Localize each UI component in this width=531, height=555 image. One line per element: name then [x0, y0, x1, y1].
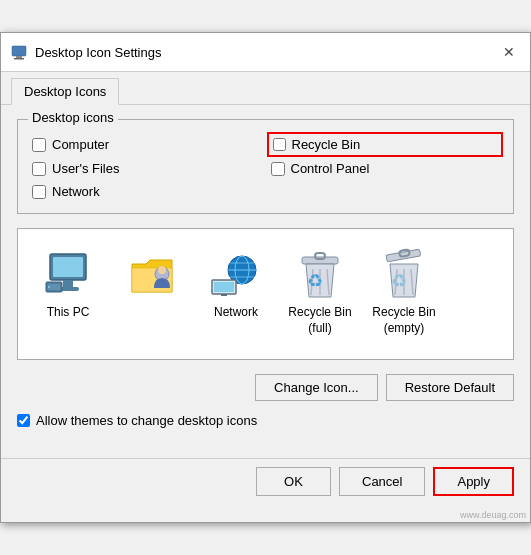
icon-recycle-empty[interactable]: ♻ Recycle Bin(empty)	[364, 245, 444, 342]
settings-icon	[11, 44, 27, 60]
svg-rect-4	[53, 257, 83, 277]
svg-rect-5	[63, 280, 73, 287]
checkboxes-grid: Computer Recycle Bin User's Files Contro…	[32, 136, 499, 199]
recycle-empty-icon-visual: ♻	[380, 251, 428, 299]
checkbox-control-panel-input[interactable]	[271, 162, 285, 176]
svg-rect-21	[315, 253, 325, 259]
checkbox-computer-input[interactable]	[32, 138, 46, 152]
checkbox-users-files-label: User's Files	[52, 161, 120, 176]
svg-rect-2	[14, 58, 24, 60]
tab-bar: Desktop Icons	[1, 72, 530, 105]
svg-rect-18	[214, 282, 234, 292]
allow-themes-row: Allow themes to change desktop icons	[17, 413, 514, 428]
dialog-title: Desktop Icon Settings	[35, 45, 490, 60]
svg-point-9	[48, 286, 50, 288]
dialog-body: Desktop icons Computer Recycle Bin User'…	[1, 105, 530, 457]
network-icon-visual	[212, 251, 260, 299]
watermark: www.deuag.com	[1, 510, 530, 522]
recycle-full-label: Recycle Bin(full)	[288, 305, 351, 336]
checkbox-network-label: Network	[52, 184, 100, 199]
icon-network[interactable]: Network	[196, 245, 276, 327]
network-label: Network	[214, 305, 258, 321]
checkbox-recycle-highlighted[interactable]: Recycle Bin	[271, 136, 500, 153]
close-button[interactable]: ✕	[498, 41, 520, 63]
icons-preview-box: This PC	[17, 228, 514, 359]
tab-desktop-icons[interactable]: Desktop Icons	[11, 78, 119, 105]
svg-rect-19	[221, 294, 227, 296]
desktop-icons-groupbox: Desktop icons Computer Recycle Bin User'…	[17, 119, 514, 214]
icon-buttons-row: Change Icon... Restore Default	[17, 374, 514, 401]
checkbox-network[interactable]: Network	[32, 184, 261, 199]
checkbox-recycle-input[interactable]	[273, 138, 286, 151]
checkbox-users-files[interactable]: User's Files	[32, 161, 261, 176]
recycle-empty-label: Recycle Bin(empty)	[372, 305, 435, 336]
this-pc-label: This PC	[47, 305, 90, 321]
checkbox-computer[interactable]: Computer	[32, 136, 261, 153]
cancel-button[interactable]: Cancel	[339, 467, 425, 496]
svg-rect-1	[16, 56, 22, 58]
recycle-full-icon-visual: ♻	[296, 251, 344, 299]
svg-rect-0	[12, 46, 26, 56]
change-icon-button[interactable]: Change Icon...	[255, 374, 378, 401]
checkbox-control-panel[interactable]: Control Panel	[271, 161, 500, 176]
dialog: Desktop Icon Settings ✕ Desktop Icons De…	[0, 32, 531, 522]
title-bar: Desktop Icon Settings ✕	[1, 33, 530, 72]
icon-users-files[interactable]	[112, 245, 192, 311]
checkbox-recycle-label: Recycle Bin	[292, 137, 361, 152]
group-legend: Desktop icons	[28, 110, 118, 125]
svg-point-11	[158, 266, 166, 274]
apply-button[interactable]: Apply	[433, 467, 514, 496]
ok-button[interactable]: OK	[256, 467, 331, 496]
checkbox-computer-label: Computer	[52, 137, 109, 152]
checkbox-users-files-input[interactable]	[32, 162, 46, 176]
svg-text:♻: ♻	[307, 271, 323, 291]
restore-default-button[interactable]: Restore Default	[386, 374, 514, 401]
this-pc-icon-visual	[44, 251, 92, 299]
footer-buttons: OK Cancel Apply	[1, 458, 530, 510]
icon-this-pc[interactable]: This PC	[28, 245, 108, 327]
icon-recycle-full[interactable]: ♻ Recycle Bin(full)	[280, 245, 360, 342]
svg-text:♻: ♻	[391, 271, 407, 291]
user-folder-icon-visual	[128, 251, 176, 299]
allow-themes-checkbox[interactable]	[17, 414, 30, 427]
checkbox-network-input[interactable]	[32, 185, 46, 199]
allow-themes-label: Allow themes to change desktop icons	[36, 413, 257, 428]
checkbox-control-panel-label: Control Panel	[291, 161, 370, 176]
